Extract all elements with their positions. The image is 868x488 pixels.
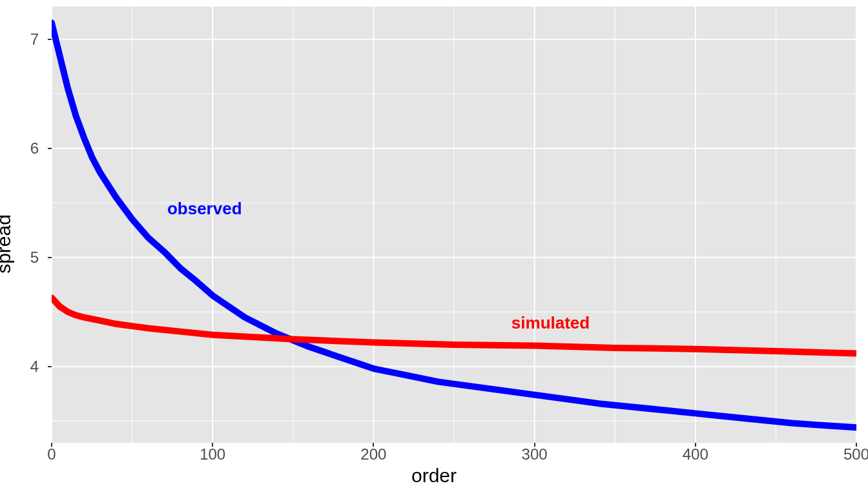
x-tick-label: 300 [522,445,548,463]
x-tick-label: 500 [843,445,868,463]
x-tick-mark [695,443,696,447]
x-tick-label: 0 [47,445,56,463]
x-tick-group: 0100200300400500 [52,445,856,463]
x-tick-mark [856,443,857,447]
x-tick-mark [373,443,374,447]
y-tick-mark [48,257,52,258]
chart-container: spread order 4567 observedsimulated 0100… [0,0,868,488]
y-tick-group: 4567 [0,6,45,443]
annotation-simulated: simulated [512,313,590,333]
y-tick-label: 4 [30,358,39,376]
y-tick-mark [48,39,52,40]
x-tick-label: 400 [683,445,708,463]
y-tick-mark [48,148,52,149]
x-tick-mark [534,443,535,447]
y-tick-label: 5 [30,249,39,267]
x-tick-label: 100 [200,445,225,463]
y-tick-label: 6 [30,139,39,158]
x-tick-mark [51,443,52,447]
x-tick-label: 200 [360,445,386,463]
plot-panel: observedsimulated [52,6,856,443]
plot-svg [52,6,856,443]
x-axis-label: order [411,465,457,487]
y-tick-label: 7 [30,30,39,48]
x-tick-mark [212,443,213,447]
annotation-observed: observed [167,198,242,218]
y-tick-mark [48,366,52,367]
